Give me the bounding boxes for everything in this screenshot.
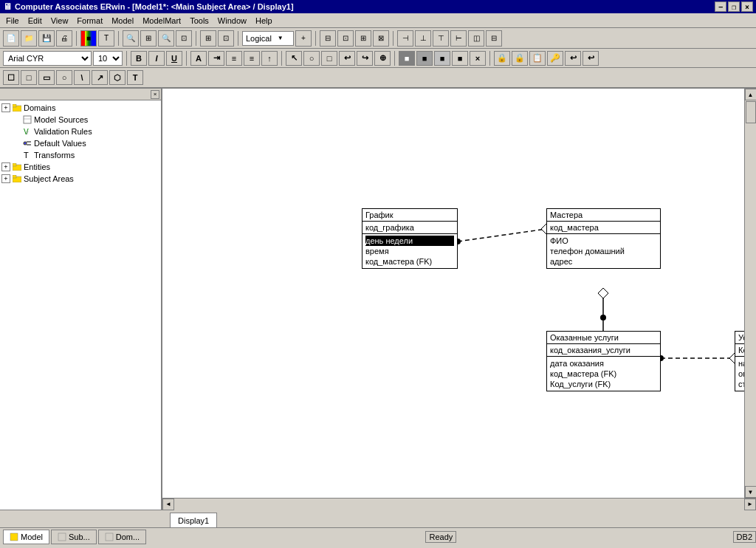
extra-btn7[interactable]: ↩ (583, 51, 599, 66)
save-button[interactable]: 💾 (38, 30, 55, 47)
entity-grafik[interactable]: График код_графика день недели время код… (362, 208, 458, 269)
panel-close-button[interactable]: × (151, 90, 159, 99)
extra-btn6[interactable]: ↩ (565, 51, 581, 66)
tree-expand-subject-areas[interactable]: + (1, 174, 10, 183)
shape-btn1[interactable]: ○ (303, 51, 320, 66)
tree-item-subject-areas[interactable]: + Subject Areas (1, 173, 159, 185)
zoom-out-btn[interactable]: 🔍 (158, 30, 174, 47)
extra-btn4[interactable]: 📋 (529, 51, 546, 66)
entity-okazannye[interactable]: Оказанные услуги код_оказания_услуги дат… (546, 331, 661, 391)
extra-btn5[interactable]: 🔑 (547, 51, 563, 66)
scroll-thumb-right[interactable] (746, 101, 756, 123)
separator-font-3 (281, 51, 282, 66)
draw-poly-btn[interactable]: ⬡ (109, 70, 126, 85)
add-btn[interactable]: + (295, 30, 312, 47)
draw-rect-btn[interactable]: □ (21, 70, 37, 85)
underline-button[interactable]: U (166, 51, 182, 66)
tree-item-default-values[interactable]: Default Values (22, 137, 159, 149)
zoom-page-btn[interactable]: ⊡ (176, 30, 192, 47)
extra-btn2[interactable]: 🔒 (494, 51, 510, 66)
align-btn5[interactable]: ◫ (468, 30, 484, 47)
tree-expand-domains[interactable]: + (1, 103, 10, 112)
layout-btn4[interactable]: ⊠ (373, 30, 389, 47)
draw-arrow-btn[interactable]: ↗ (92, 70, 108, 85)
zoom-in-btn[interactable]: 🔍 (123, 30, 139, 47)
draw-text-btn[interactable]: T (127, 70, 143, 85)
align-left-btn[interactable]: ≡ (226, 51, 242, 66)
indent-btn[interactable]: ⇥ (208, 51, 224, 66)
extra-btn1[interactable]: ⊕ (374, 51, 391, 66)
layout-btn1[interactable]: ⊟ (320, 30, 336, 47)
lock-btn4[interactable]: ■ (452, 51, 468, 66)
scroll-track-right[interactable] (745, 100, 757, 486)
new-button[interactable]: 📄 (3, 30, 19, 47)
zoom-fit-btn[interactable]: ⊞ (140, 30, 157, 47)
scroll-left-button[interactable]: ◄ (162, 499, 174, 510)
bottom-tab-model[interactable]: Model (3, 530, 49, 544)
entity-uslugi[interactable]: Услуги Код_услуги наименование описание … (735, 331, 744, 391)
align-btn6[interactable]: ⊟ (486, 30, 502, 47)
font-size-select[interactable]: 10 (93, 51, 123, 66)
scroll-down-button[interactable]: ▼ (745, 486, 757, 498)
lock-btn5[interactable]: × (470, 51, 486, 66)
tree-item-transforms[interactable]: T Transforms (22, 149, 159, 161)
move-up-btn[interactable]: ↑ (261, 51, 278, 66)
menu-model[interactable]: Model (107, 15, 138, 27)
canvas-area[interactable]: График код_графика день недели время код… (162, 89, 744, 498)
undo-btn[interactable]: ↩ (339, 51, 355, 66)
restore-button[interactable]: ❐ (728, 1, 740, 12)
entity-mastera[interactable]: Мастера код_мастера ФИО телефон домашний… (546, 208, 661, 269)
align-btn4[interactable]: ⊢ (450, 30, 467, 47)
minimize-button[interactable]: − (715, 1, 726, 12)
font-family-select[interactable]: Arial CYR (3, 51, 92, 66)
print-button[interactable]: 🖨 (56, 30, 72, 47)
menu-window[interactable]: Window (213, 15, 251, 27)
scroll-track-bottom[interactable] (174, 499, 744, 510)
tree-item-validation[interactable]: Vr Validation Rules (22, 126, 159, 137)
tree-item-entities[interactable]: + Entities (1, 161, 159, 173)
menu-file[interactable]: File (1, 15, 24, 27)
redo-btn[interactable]: ↪ (357, 51, 373, 66)
logical-dropdown[interactable]: Logical ▼ (242, 31, 294, 46)
view-btn1[interactable]: ⊞ (200, 30, 216, 47)
align-btn1[interactable]: ⊣ (397, 30, 413, 47)
menu-edit[interactable]: Edit (24, 15, 47, 27)
bottom-tab-sub[interactable]: Sub... (51, 530, 97, 544)
draw-ellipse-btn[interactable]: ○ (56, 70, 72, 85)
menu-modelmart[interactable]: ModelMart (138, 15, 185, 27)
layout-btn3[interactable]: ⊞ (355, 30, 371, 47)
draw-select-btn[interactable]: ☐ (3, 70, 19, 85)
align-center-btn[interactable]: ≡ (244, 51, 260, 66)
lock-btn2[interactable]: ■ (416, 51, 433, 66)
view-btn2[interactable]: ⊡ (218, 30, 234, 47)
menu-format[interactable]: Format (72, 15, 107, 27)
tree-expand-entities[interactable]: + (1, 162, 10, 171)
color-btn[interactable]: ■ (80, 30, 97, 47)
italic-button[interactable]: I (148, 51, 165, 66)
svg-rect-27 (106, 533, 113, 541)
layout-btn2[interactable]: ⊡ (337, 30, 354, 47)
shape-btn2[interactable]: □ (321, 51, 337, 66)
text-style-btn[interactable]: A (190, 51, 207, 66)
draw-roundrect-btn[interactable]: ▭ (38, 70, 55, 85)
bottom-tab-dom[interactable]: Dom... (98, 530, 146, 544)
lock-btn[interactable]: ■ (399, 51, 415, 66)
tree-item-model-sources[interactable]: Model Sources (22, 114, 159, 126)
draw-line-btn[interactable]: \ (74, 70, 90, 85)
menu-help[interactable]: Help (251, 15, 277, 27)
align-btn3[interactable]: ⊤ (433, 30, 449, 47)
align-btn2[interactable]: ⊥ (415, 30, 431, 47)
scroll-up-button[interactable]: ▲ (745, 89, 757, 100)
cursor-btn[interactable]: ↖ (286, 51, 302, 66)
tab-display1[interactable]: Display1 (170, 513, 217, 527)
bold-button[interactable]: B (131, 51, 147, 66)
close-button[interactable]: × (741, 1, 753, 12)
open-button[interactable]: 📁 (21, 30, 37, 47)
tree-item-domains[interactable]: + Domains (1, 102, 159, 114)
lock-btn3[interactable]: ■ (434, 51, 450, 66)
scroll-right-button[interactable]: ► (744, 499, 756, 510)
font-color-btn[interactable]: T (98, 30, 114, 47)
menu-tools[interactable]: Tools (185, 15, 213, 27)
menu-view[interactable]: View (47, 15, 73, 27)
extra-btn3[interactable]: 🔒 (512, 51, 528, 66)
